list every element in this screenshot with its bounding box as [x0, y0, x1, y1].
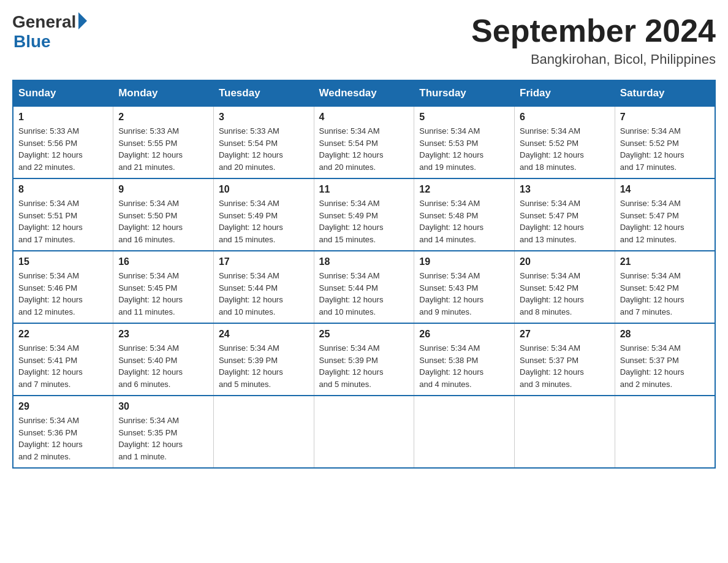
day-number: 7 [620, 112, 710, 123]
calendar-cell: 7Sunrise: 5:34 AMSunset: 5:52 PMDaylight… [615, 106, 715, 178]
day-number: 11 [319, 184, 409, 195]
day-number: 22 [18, 329, 108, 340]
calendar-cell: 13Sunrise: 5:34 AMSunset: 5:47 PMDayligh… [515, 178, 615, 251]
header-wednesday: Wednesday [314, 80, 414, 106]
calendar-cell: 19Sunrise: 5:34 AMSunset: 5:43 PMDayligh… [414, 251, 515, 323]
calendar-cell: 29Sunrise: 5:34 AMSunset: 5:36 PMDayligh… [13, 396, 113, 468]
day-info: Sunrise: 5:34 AMSunset: 5:40 PMDaylight:… [118, 342, 208, 390]
day-number: 15 [18, 256, 108, 267]
day-info: Sunrise: 5:34 AMSunset: 5:52 PMDaylight:… [520, 125, 610, 173]
title-block: September 2024 Bangkirohan, Bicol, Phili… [471, 12, 716, 67]
header-thursday: Thursday [414, 80, 515, 106]
calendar-cell: 18Sunrise: 5:34 AMSunset: 5:44 PMDayligh… [314, 251, 414, 323]
day-number: 1 [18, 112, 108, 123]
calendar-cell: 11Sunrise: 5:34 AMSunset: 5:49 PMDayligh… [314, 178, 414, 251]
calendar-cell: 20Sunrise: 5:34 AMSunset: 5:42 PMDayligh… [515, 251, 615, 323]
header-tuesday: Tuesday [213, 80, 314, 106]
day-number: 30 [118, 401, 208, 412]
day-info: Sunrise: 5:34 AMSunset: 5:53 PMDaylight:… [419, 125, 509, 173]
day-info: Sunrise: 5:34 AMSunset: 5:49 PMDaylight:… [219, 197, 309, 245]
day-info: Sunrise: 5:33 AMSunset: 5:54 PMDaylight:… [219, 125, 309, 173]
day-number: 9 [118, 184, 208, 195]
day-info: Sunrise: 5:33 AMSunset: 5:56 PMDaylight:… [18, 125, 108, 173]
day-number: 19 [419, 256, 509, 267]
day-info: Sunrise: 5:34 AMSunset: 5:49 PMDaylight:… [319, 197, 409, 245]
logo-general-text: General [12, 12, 76, 32]
day-info: Sunrise: 5:34 AMSunset: 5:35 PMDaylight:… [118, 415, 208, 462]
day-info: Sunrise: 5:34 AMSunset: 5:47 PMDaylight:… [620, 197, 710, 245]
day-number: 12 [419, 184, 509, 195]
calendar-cell: 27Sunrise: 5:34 AMSunset: 5:37 PMDayligh… [515, 323, 615, 396]
day-number: 25 [319, 329, 409, 340]
calendar-cell: 2Sunrise: 5:33 AMSunset: 5:55 PMDaylight… [113, 106, 214, 178]
day-number: 29 [18, 401, 108, 412]
day-number: 2 [118, 112, 208, 123]
calendar-title: September 2024 [471, 12, 716, 49]
calendar-cell [615, 396, 715, 468]
logo-arrow-icon [78, 12, 87, 29]
day-number: 6 [520, 112, 610, 123]
calendar-week-2: 8Sunrise: 5:34 AMSunset: 5:51 PMDaylight… [13, 178, 715, 251]
day-number: 5 [419, 112, 509, 123]
calendar-cell: 17Sunrise: 5:34 AMSunset: 5:44 PMDayligh… [213, 251, 314, 323]
day-number: 20 [520, 256, 610, 267]
calendar-cell: 15Sunrise: 5:34 AMSunset: 5:46 PMDayligh… [13, 251, 113, 323]
page-header: General Blue September 2024 Bangkirohan,… [12, 12, 716, 67]
day-info: Sunrise: 5:34 AMSunset: 5:44 PMDaylight:… [219, 270, 309, 318]
day-number: 8 [18, 184, 108, 195]
calendar-cell: 26Sunrise: 5:34 AMSunset: 5:38 PMDayligh… [414, 323, 515, 396]
calendar-cell: 1Sunrise: 5:33 AMSunset: 5:56 PMDaylight… [13, 106, 113, 178]
day-info: Sunrise: 5:34 AMSunset: 5:54 PMDaylight:… [319, 125, 409, 173]
day-info: Sunrise: 5:34 AMSunset: 5:39 PMDaylight:… [319, 342, 409, 390]
logo: General Blue [12, 12, 87, 52]
day-number: 10 [219, 184, 309, 195]
calendar-cell: 25Sunrise: 5:34 AMSunset: 5:39 PMDayligh… [314, 323, 414, 396]
day-info: Sunrise: 5:34 AMSunset: 5:46 PMDaylight:… [18, 270, 108, 318]
header-saturday: Saturday [615, 80, 715, 106]
day-info: Sunrise: 5:34 AMSunset: 5:50 PMDaylight:… [118, 197, 208, 245]
calendar-week-5: 29Sunrise: 5:34 AMSunset: 5:36 PMDayligh… [13, 396, 715, 468]
calendar-cell: 14Sunrise: 5:34 AMSunset: 5:47 PMDayligh… [615, 178, 715, 251]
day-info: Sunrise: 5:34 AMSunset: 5:42 PMDaylight:… [620, 270, 710, 318]
calendar-week-4: 22Sunrise: 5:34 AMSunset: 5:41 PMDayligh… [13, 323, 715, 396]
day-info: Sunrise: 5:33 AMSunset: 5:55 PMDaylight:… [118, 125, 208, 173]
day-number: 24 [219, 329, 309, 340]
day-number: 26 [419, 329, 509, 340]
day-info: Sunrise: 5:34 AMSunset: 5:51 PMDaylight:… [18, 197, 108, 245]
calendar-cell [314, 396, 414, 468]
calendar-table: SundayMondayTuesdayWednesdayThursdayFrid… [12, 80, 716, 469]
day-number: 18 [319, 256, 409, 267]
calendar-cell [515, 396, 615, 468]
day-info: Sunrise: 5:34 AMSunset: 5:37 PMDaylight:… [520, 342, 610, 390]
day-info: Sunrise: 5:34 AMSunset: 5:44 PMDaylight:… [319, 270, 409, 318]
calendar-cell [213, 396, 314, 468]
calendar-cell: 23Sunrise: 5:34 AMSunset: 5:40 PMDayligh… [113, 323, 214, 396]
header-sunday: Sunday [13, 80, 113, 106]
calendar-week-1: 1Sunrise: 5:33 AMSunset: 5:56 PMDaylight… [13, 106, 715, 178]
day-info: Sunrise: 5:34 AMSunset: 5:37 PMDaylight:… [620, 342, 710, 390]
calendar-week-3: 15Sunrise: 5:34 AMSunset: 5:46 PMDayligh… [13, 251, 715, 323]
calendar-cell: 8Sunrise: 5:34 AMSunset: 5:51 PMDaylight… [13, 178, 113, 251]
day-number: 16 [118, 256, 208, 267]
calendar-cell: 16Sunrise: 5:34 AMSunset: 5:45 PMDayligh… [113, 251, 214, 323]
day-number: 17 [219, 256, 309, 267]
day-info: Sunrise: 5:34 AMSunset: 5:39 PMDaylight:… [219, 342, 309, 390]
day-number: 3 [219, 112, 309, 123]
logo-blue-text: Blue [13, 32, 51, 52]
location-subtitle: Bangkirohan, Bicol, Philippines [471, 52, 716, 67]
day-info: Sunrise: 5:34 AMSunset: 5:36 PMDaylight:… [18, 415, 108, 462]
calendar-cell: 9Sunrise: 5:34 AMSunset: 5:50 PMDaylight… [113, 178, 214, 251]
calendar-cell: 6Sunrise: 5:34 AMSunset: 5:52 PMDaylight… [515, 106, 615, 178]
header-monday: Monday [113, 80, 214, 106]
day-info: Sunrise: 5:34 AMSunset: 5:45 PMDaylight:… [118, 270, 208, 318]
day-info: Sunrise: 5:34 AMSunset: 5:52 PMDaylight:… [620, 125, 710, 173]
calendar-cell: 30Sunrise: 5:34 AMSunset: 5:35 PMDayligh… [113, 396, 214, 468]
calendar-header-row: SundayMondayTuesdayWednesdayThursdayFrid… [13, 80, 715, 106]
calendar-cell: 22Sunrise: 5:34 AMSunset: 5:41 PMDayligh… [13, 323, 113, 396]
calendar-cell: 28Sunrise: 5:34 AMSunset: 5:37 PMDayligh… [615, 323, 715, 396]
calendar-cell: 24Sunrise: 5:34 AMSunset: 5:39 PMDayligh… [213, 323, 314, 396]
day-info: Sunrise: 5:34 AMSunset: 5:43 PMDaylight:… [419, 270, 509, 318]
calendar-cell: 5Sunrise: 5:34 AMSunset: 5:53 PMDaylight… [414, 106, 515, 178]
calendar-cell [414, 396, 515, 468]
day-number: 14 [620, 184, 710, 195]
